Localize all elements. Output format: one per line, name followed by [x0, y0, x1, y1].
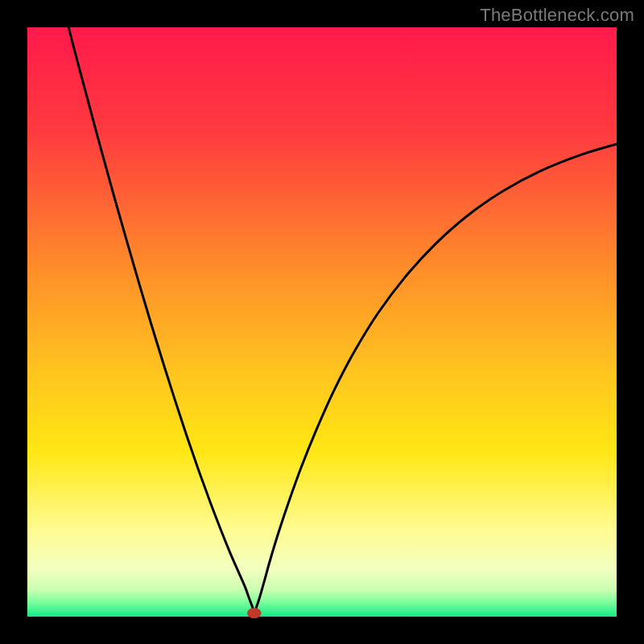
- watermark-label: TheBottleneck.com: [480, 5, 634, 26]
- plot-background: [27, 27, 617, 617]
- marker-dot: [247, 608, 262, 618]
- chart-container: TheBottleneck.com: [0, 0, 644, 644]
- chart-svg: [0, 0, 644, 644]
